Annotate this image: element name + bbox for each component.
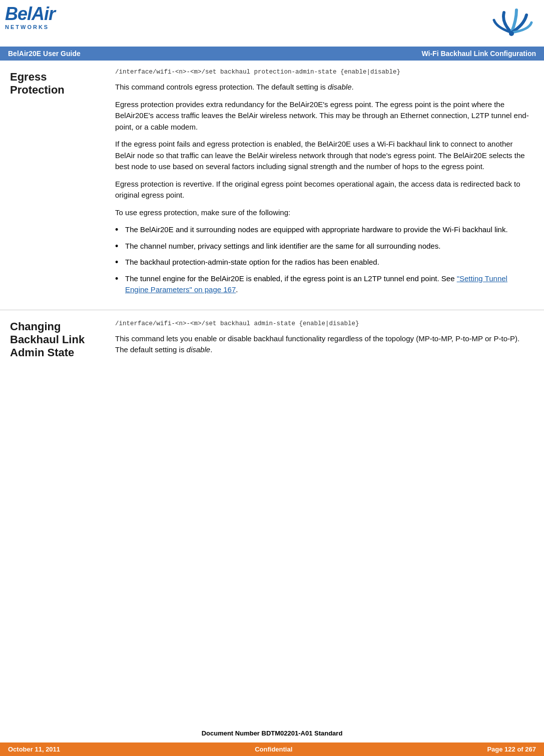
backhaul-heading-area: Changing Backhaul Link Admin State [0,310,110,372]
bullet-text-3: The backhaul protection-admin-state opti… [125,257,529,268]
title-right: Wi-Fi Backhaul Link Configuration [421,50,536,58]
page-footer: October 11, 2011 Confidential Page 122 o… [0,742,544,756]
bullet-item-1: • The BelAir20E and it surrounding nodes… [115,224,529,236]
title-bar: BelAir20E User Guide Wi-Fi Backhaul Link… [0,47,544,61]
egress-para1: This command controls egress protection.… [115,82,529,93]
svg-point-0 [509,31,514,36]
backhaul-content: /interface/wifi-<n>-<m>/set backhaul adm… [110,310,544,372]
bullet-item-2: • The channel number, privacy settings a… [115,241,529,252]
networks-label: NETWORKS [5,24,55,30]
tunnel-engine-link[interactable]: "Setting Tunnel Engine Parameters" on pa… [125,274,507,294]
egress-heading-area: Egress Protection [0,61,110,310]
egress-command: /interface/wifi-<n>-<m>/set backhaul pro… [115,69,529,76]
footer-confidential: Confidential [60,745,487,753]
bullet-dot-2: • [115,242,125,251]
logo-area: BelAir NETWORKS [5,5,55,30]
egress-bullets: • The BelAir20E and it surrounding nodes… [115,224,529,296]
footer-page: Page 122 of 267 [487,745,536,753]
backhaul-heading: Changing Backhaul Link Admin State [10,320,105,360]
bullet-dot-4: • [115,274,125,283]
bullet-item-3: • The backhaul protection-admin-state op… [115,257,529,268]
header-logo-icon [489,5,534,42]
title-left: BelAir20E User Guide [8,50,81,58]
egress-para2: Egress protection provides extra redunda… [115,99,529,133]
bullet-item-4: • The tunnel engine for the BelAir20E is… [115,273,529,296]
backhaul-section: Changing Backhaul Link Admin State /inte… [0,310,544,372]
bullet-text-4: The tunnel engine for the BelAir20E is e… [125,273,529,296]
egress-section: Egress Protection /interface/wifi-<n>-<m… [0,61,544,310]
egress-para5: To use egress protection, make sure of t… [115,207,529,219]
bullet-dot-1: • [115,225,125,234]
egress-heading: Egress Protection [10,71,105,97]
bullet-text-1: The BelAir20E and it surrounding nodes a… [125,224,529,236]
page-header: BelAir NETWORKS [0,0,544,47]
backhaul-para1: This command lets you enable or disable … [115,333,529,356]
bullet-dot-3: • [115,258,125,267]
bullet-text-2: The channel number, privacy settings and… [125,241,529,252]
backhaul-command: /interface/wifi-<n>-<m>/set backhaul adm… [115,320,529,327]
egress-para4: Egress protection is revertive. If the o… [115,179,529,201]
egress-content: /interface/wifi-<n>-<m>/set backhaul pro… [110,61,544,310]
belair-logo: BelAir [5,5,55,23]
footer-date: October 11, 2011 [8,745,60,753]
egress-para3: If the egress point fails and egress pro… [115,139,529,173]
footer-doc-number: Document Number BDTM02201-A01 Standard [0,729,544,737]
